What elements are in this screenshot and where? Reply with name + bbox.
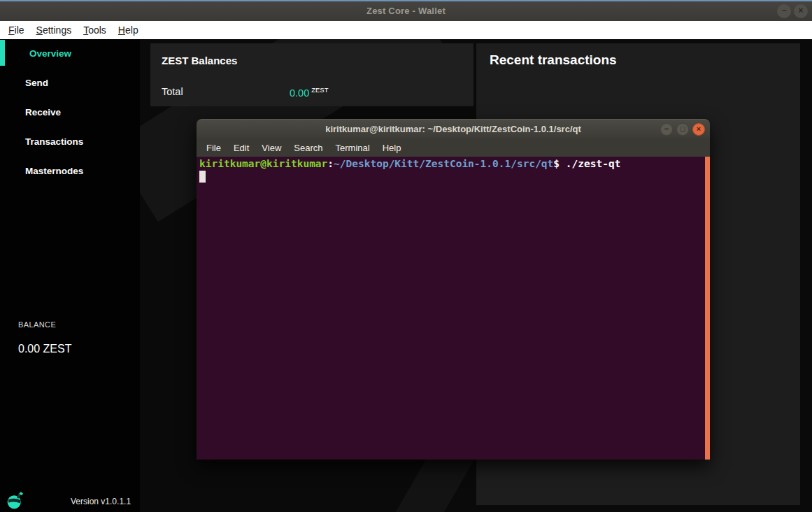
terminal-maximize-button[interactable]: □ bbox=[676, 123, 689, 136]
menu-file[interactable]: File bbox=[8, 24, 24, 36]
menu-help[interactable]: Help bbox=[118, 24, 138, 36]
terminal-menu-search[interactable]: Search bbox=[287, 143, 329, 153]
menu-help-mnemonic: H bbox=[118, 24, 125, 36]
menu-file-rest: ile bbox=[15, 24, 24, 36]
wallet-titlebar[interactable]: Zest Core - Wallet − × bbox=[0, 1, 812, 21]
menu-file-mnemonic: F bbox=[8, 24, 15, 36]
prompt-separator: : bbox=[327, 158, 334, 169]
sidebar-item-transactions[interactable]: Transactions bbox=[0, 127, 140, 157]
terminal-titlebar[interactable]: kiritkumar@kiritkumar: ~/Desktop/Kitt/Ze… bbox=[197, 119, 710, 138]
minimize-button[interactable]: − bbox=[777, 4, 791, 18]
sidebar-item-receive[interactable]: Receive bbox=[0, 98, 140, 127]
wallet-window-controls: − × bbox=[777, 4, 808, 18]
total-value: 0.00ZEST bbox=[290, 86, 329, 99]
terminal-prompt-line: kiritkumar@kiritkumar:~/Desktop/Kitt/Zes… bbox=[199, 158, 620, 169]
prompt-user: kiritkumar@kiritkumar bbox=[199, 158, 327, 169]
main-content: ZEST Balances Total 0.00ZEST Recent tran… bbox=[140, 39, 812, 512]
total-label: Total bbox=[162, 86, 183, 97]
menu-settings-mnemonic: S bbox=[36, 24, 43, 36]
window-border-top bbox=[0, 0, 812, 1]
terminal-menu-help[interactable]: Help bbox=[376, 143, 408, 153]
terminal-scrollbar[interactable] bbox=[705, 157, 710, 460]
version-text: Version v1.0.1.1 bbox=[71, 497, 131, 506]
terminal-window-controls: − □ × bbox=[660, 123, 705, 136]
close-button[interactable]: × bbox=[794, 4, 808, 18]
wallet-menubar: File Settings Tools Help bbox=[0, 21, 812, 39]
menu-settings-rest: ettings bbox=[43, 24, 71, 36]
prompt-char: $ bbox=[553, 158, 560, 169]
terminal-menu-view[interactable]: View bbox=[255, 143, 287, 153]
recent-transactions-title: Recent transactions bbox=[490, 52, 617, 68]
terminal-content[interactable]: kiritkumar@kiritkumar:~/Desktop/Kitt/Zes… bbox=[197, 157, 710, 460]
terminal-window-title: kiritkumar@kiritkumar: ~/Desktop/Kitt/Ze… bbox=[197, 120, 710, 138]
sidebar-item-send[interactable]: Send bbox=[0, 69, 140, 98]
sidebar-item-masternodes[interactable]: Masternodes bbox=[0, 157, 140, 186]
menu-settings[interactable]: Settings bbox=[36, 24, 72, 36]
terminal-menubar: File Edit View Search Terminal Help bbox=[197, 138, 710, 157]
wallet-window-title: Zest Core - Wallet bbox=[0, 1, 812, 21]
balance-value: 0.00 ZEST bbox=[18, 343, 71, 355]
zest-logo-icon bbox=[6, 491, 25, 511]
balances-panel-title: ZEST Balances bbox=[162, 55, 237, 66]
menu-tools[interactable]: Tools bbox=[83, 24, 106, 36]
prompt-command: ./zest-qt bbox=[560, 158, 620, 169]
terminal-minimize-button[interactable]: − bbox=[660, 123, 673, 136]
terminal-cursor bbox=[199, 171, 206, 183]
balance-label: BALANCE bbox=[18, 320, 56, 329]
terminal-menu-terminal[interactable]: Terminal bbox=[329, 143, 376, 153]
zest-balances-panel: ZEST Balances Total 0.00ZEST bbox=[150, 43, 473, 106]
total-amount: 0.00 bbox=[290, 87, 309, 99]
terminal-menu-file[interactable]: File bbox=[200, 143, 227, 153]
active-tab-indicator bbox=[0, 40, 5, 66]
terminal-menu-edit[interactable]: Edit bbox=[227, 143, 255, 153]
menu-help-rest: elp bbox=[125, 24, 138, 36]
sidebar-item-overview[interactable]: Overview bbox=[0, 39, 140, 69]
sidebar: Overview Send Receive Transactions Maste… bbox=[0, 39, 140, 512]
menu-tools-rest: ools bbox=[88, 24, 106, 36]
terminal-close-button[interactable]: × bbox=[692, 123, 705, 136]
total-unit: ZEST bbox=[311, 86, 328, 94]
prompt-path: ~/Desktop/Kitt/ZestCoin-1.0.1/src/qt bbox=[334, 158, 553, 169]
terminal-window: kiritkumar@kiritkumar: ~/Desktop/Kitt/Ze… bbox=[197, 119, 710, 460]
